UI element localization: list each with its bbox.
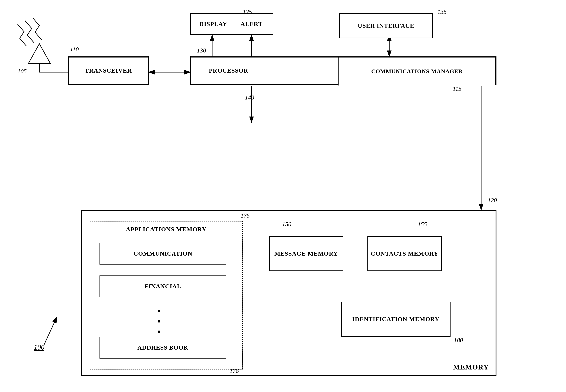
- comms-manager-box: COMMUNICATIONS MANAGER: [338, 57, 495, 85]
- applications-memory-label: APPLICATIONS MEMORY: [126, 226, 206, 233]
- ref-175: 175: [241, 212, 250, 219]
- address-book-box: ADDRESS BOOK: [99, 337, 226, 359]
- processor-comms-box: PROCESSOR COMMUNICATIONS MANAGER: [190, 56, 496, 85]
- ref-100: 100: [34, 343, 44, 352]
- alert-label: ALERT: [241, 21, 262, 28]
- ref-105: 105: [17, 68, 27, 75]
- financial-app-box: FINANCIAL: [99, 276, 226, 297]
- ref-120: 120: [488, 197, 497, 204]
- ref-150: 150: [282, 221, 291, 228]
- message-memory-label: MESSAGE MEMORY: [274, 250, 338, 258]
- ref-180: 180: [454, 337, 463, 344]
- svg-line-12: [44, 317, 57, 345]
- display-box: DISPLAY: [190, 13, 236, 35]
- contacts-memory-label: CONTACTS MEMORY: [371, 250, 438, 258]
- ref-125: 125: [243, 8, 252, 15]
- svg-marker-4: [28, 44, 50, 63]
- display-label: DISPLAY: [199, 21, 227, 28]
- ref-178: 178: [230, 367, 239, 374]
- financial-app-label: FINANCIAL: [144, 283, 181, 290]
- ref-110: 110: [70, 46, 79, 53]
- ref-135: 135: [438, 8, 447, 15]
- address-book-label: ADDRESS BOOK: [137, 344, 188, 351]
- alert-box: ALERT: [230, 13, 273, 35]
- memory-label: MEMORY: [453, 363, 489, 371]
- contacts-memory-box: CONTACTS MEMORY: [368, 236, 442, 271]
- user-interface-box: USER INTERFACE: [339, 13, 433, 38]
- processor-label: PROCESSOR: [209, 67, 248, 74]
- diagram: 105 TRANSCEIVER 110 PROCESSOR COMMUNICAT…: [0, 0, 566, 392]
- ref-130: 130: [197, 47, 206, 54]
- ref-155: 155: [418, 221, 427, 228]
- transceiver-box: TRANSCEIVER: [68, 56, 149, 85]
- transceiver-label: TRANSCEIVER: [85, 67, 132, 74]
- ref-115: 115: [453, 85, 461, 92]
- communication-app-box: COMMUNICATION: [99, 243, 226, 265]
- user-interface-label: USER INTERFACE: [358, 22, 414, 29]
- identification-memory-label: IDENTIFICATION MEMORY: [352, 315, 439, 323]
- communication-app-label: COMMUNICATION: [133, 250, 192, 257]
- ellipsis: •••: [157, 306, 162, 337]
- comms-manager-label: COMMUNICATIONS MANAGER: [371, 68, 463, 75]
- ref-100-area: 100: [34, 343, 44, 352]
- ref-140: 140: [245, 94, 254, 101]
- identification-memory-box: IDENTIFICATION MEMORY: [341, 302, 451, 337]
- message-memory-box: MESSAGE MEMORY: [269, 236, 343, 271]
